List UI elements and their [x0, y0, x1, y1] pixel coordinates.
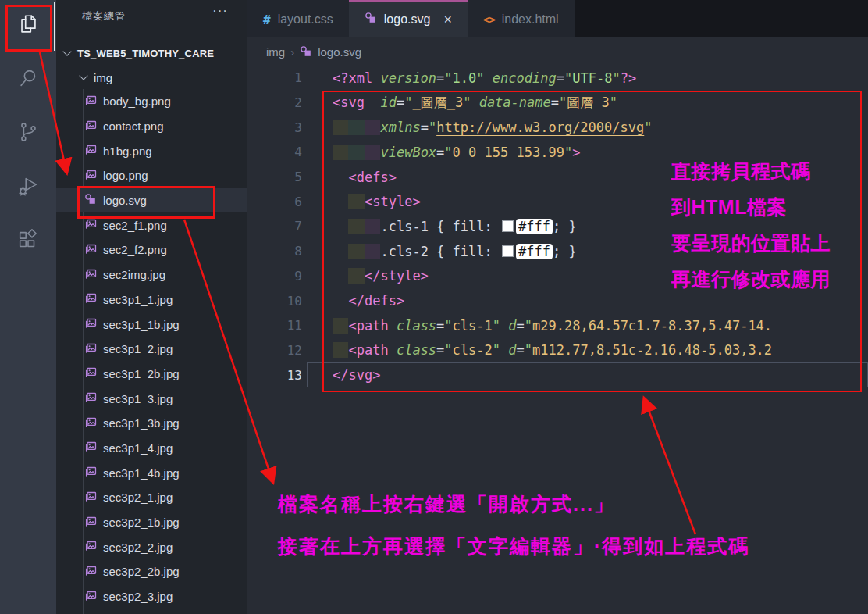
- image-file-icon: [84, 539, 97, 555]
- code-line-2[interactable]: 2<svg id="_圖層_3" data-name="圖層 3": [247, 91, 868, 116]
- file-row-sec2_f1.png[interactable]: sec2_f1.png: [56, 212, 247, 237]
- file-row-sec3p2_2.jpg[interactable]: sec3p2_2.jpg: [56, 534, 247, 559]
- image-file-icon: [84, 242, 97, 258]
- code-line-9[interactable]: 9 </style>: [247, 264, 868, 289]
- sidebar-item-img-folder[interactable]: img: [56, 66, 247, 89]
- file-row-logo.png[interactable]: logo.png: [56, 163, 247, 188]
- line-number: 13: [247, 368, 302, 383]
- file-row-sec3p2_1b.jpg[interactable]: sec3p2_1b.jpg: [56, 510, 247, 535]
- file-row-contact.png[interactable]: contact.png: [56, 114, 247, 139]
- tab-bar: #layout.csslogo.svg×<>index.html: [247, 0, 868, 37]
- file-row-sec3p1_1.jpg[interactable]: sec3p1_1.jpg: [56, 287, 247, 312]
- sidebar-item-root-folder[interactable]: TS_WEB5_TIMOTHY_CARE: [56, 42, 247, 64]
- file-row-sec3p1_4b.jpg[interactable]: sec3p1_4b.jpg: [56, 460, 247, 485]
- file-row-sec3p1_3b.jpg[interactable]: sec3p1_3b.jpg: [56, 411, 247, 436]
- code-line-5[interactable]: 5 <defs>: [247, 165, 868, 190]
- image-file-icon: [84, 168, 97, 184]
- file-row-sec2_f2.png[interactable]: sec2_f2.png: [56, 237, 247, 262]
- file-name: sec3p1_3.jpg: [103, 392, 173, 405]
- image-file-icon: [84, 416, 97, 431]
- image-file-icon: [84, 490, 97, 505]
- vscode-window: 檔案總管 ··· TS_WEB5_TIMOTHY_CARE img body_b…: [0, 0, 868, 614]
- code-line-6[interactable]: 6 <style>: [247, 189, 868, 214]
- image-file-icon: [84, 589, 97, 605]
- code-line-4[interactable]: 4 viewBox="0 0 155 153.99">: [247, 140, 868, 165]
- activity-item-extensions[interactable]: [0, 219, 56, 264]
- code-line-11[interactable]: 11 <path class="cls-1" d="m29.28,64.57c1…: [247, 313, 868, 338]
- file-name: sec3p1_2b.jpg: [103, 367, 180, 380]
- svg-file-icon: [300, 45, 312, 58]
- activity-item-explorer[interactable]: [0, 3, 56, 48]
- git-branch-icon: [16, 120, 40, 147]
- activity-item-run-debug[interactable]: [0, 165, 56, 210]
- image-file-icon: [84, 341, 97, 357]
- code-editor[interactable]: 1<?xml version="1.0" encoding="UTF-8"?>2…: [247, 66, 868, 614]
- code-line-12[interactable]: 12 <path class="cls-2" d="m112.77,8.51c-…: [247, 338, 868, 363]
- image-file-icon: [84, 515, 97, 530]
- file-name: sec3p1_4b.jpg: [103, 466, 180, 480]
- chevron-down-icon: [79, 71, 87, 80]
- line-number: 2: [247, 95, 302, 110]
- code-text: </svg>: [333, 367, 380, 383]
- file-row-sec3p1_2.jpg[interactable]: sec3p1_2.jpg: [56, 337, 247, 362]
- file-row-sec3p2_2b.jpg[interactable]: sec3p2_2b.jpg: [56, 559, 247, 584]
- file-row-sec3p2_3.jpg[interactable]: sec3p2_3.jpg: [56, 584, 247, 609]
- svg-file-icon: [84, 193, 97, 209]
- code-line-10[interactable]: 10 </defs>: [247, 288, 868, 313]
- file-row-logo.svg[interactable]: logo.svg: [56, 188, 247, 213]
- line-number: 5: [247, 170, 302, 184]
- code-line-1[interactable]: 1<?xml version="1.0" encoding="UTF-8"?>: [247, 66, 868, 91]
- line-number: 12: [247, 343, 302, 358]
- debug-icon: [16, 174, 40, 201]
- sidebar-title: 檔案總管: [82, 9, 126, 23]
- code-line-7[interactable]: 7 .cls-1 { fill: #fff; }: [247, 214, 868, 239]
- file-row-sec3p1_1b.jpg[interactable]: sec3p1_1b.jpg: [56, 312, 247, 337]
- breadcrumb-segment[interactable]: logo.svg: [318, 45, 361, 59]
- code-text: </style>: [333, 268, 429, 284]
- code-line-3[interactable]: 3 xmlns="http://www.w3.org/2000/svg": [247, 115, 868, 140]
- file-row-body_bg.png[interactable]: body_bg.png: [56, 89, 247, 114]
- tab-label: layout.css: [278, 12, 333, 27]
- code-line-13[interactable]: 13</svg>: [247, 362, 868, 387]
- file-row-sec3p1_4.jpg[interactable]: sec3p1_4.jpg: [56, 436, 247, 461]
- image-file-icon: [84, 119, 97, 134]
- code-text: <svg id="_圖層_3" data-name="圖層 3": [333, 94, 617, 112]
- file-row-sec3p1_3.jpg[interactable]: sec3p1_3.jpg: [56, 386, 247, 411]
- folder-label: img: [94, 71, 112, 84]
- file-name: logo.svg: [103, 194, 147, 207]
- file-name: sec3p1_2.jpg: [103, 342, 173, 355]
- file-row-sec2img.jpg[interactable]: sec2img.jpg: [56, 262, 247, 287]
- tab-index.html[interactable]: <>index.html: [468, 0, 575, 37]
- code-text: <path class="cls-1" d="m29.28,64.57c1.7-…: [333, 318, 772, 334]
- activity-item-search[interactable]: [0, 57, 56, 102]
- file-row-sec3p2_1.jpg[interactable]: sec3p2_1.jpg: [56, 485, 247, 510]
- file-name: contact.png: [103, 120, 164, 133]
- file-row-sec3p1_2b.jpg[interactable]: sec3p1_2b.jpg: [56, 362, 247, 387]
- image-file-icon: [84, 143, 97, 159]
- breadcrumb-separator: ›: [290, 45, 294, 59]
- breadcrumb-segment[interactable]: img: [266, 45, 285, 59]
- tab-layout.css[interactable]: #layout.css: [247, 0, 349, 37]
- html-code-icon: <>: [483, 12, 495, 27]
- line-number: 8: [247, 244, 302, 259]
- extensions-icon: [16, 228, 40, 255]
- image-file-icon: [84, 465, 97, 480]
- file-row-h1bg.png[interactable]: h1bg.png: [56, 138, 247, 163]
- file-name: h1bg.png: [103, 145, 152, 158]
- code-text: </defs>: [333, 293, 404, 309]
- image-file-icon: [84, 316, 97, 332]
- file-name: sec2_f2.png: [103, 243, 167, 256]
- close-icon[interactable]: ×: [443, 12, 452, 28]
- image-file-icon: [84, 440, 97, 455]
- file-name: sec3p1_1b.jpg: [103, 318, 180, 331]
- sidebar-header: 檔案總管 ···: [56, 0, 247, 36]
- code-text: viewBox="0 0 155 153.99">: [333, 145, 580, 160]
- activity-item-source-control[interactable]: [0, 111, 56, 156]
- tab-label: logo.svg: [384, 12, 431, 27]
- tab-label: index.html: [502, 12, 559, 27]
- file-name: sec3p2_1b.jpg: [103, 516, 180, 529]
- code-line-8[interactable]: 8 .cls-2 { fill: #fff; }: [247, 239, 868, 264]
- tab-logo.svg[interactable]: logo.svg×: [349, 0, 468, 37]
- line-number: 4: [247, 145, 302, 159]
- more-actions-icon[interactable]: ···: [212, 3, 228, 19]
